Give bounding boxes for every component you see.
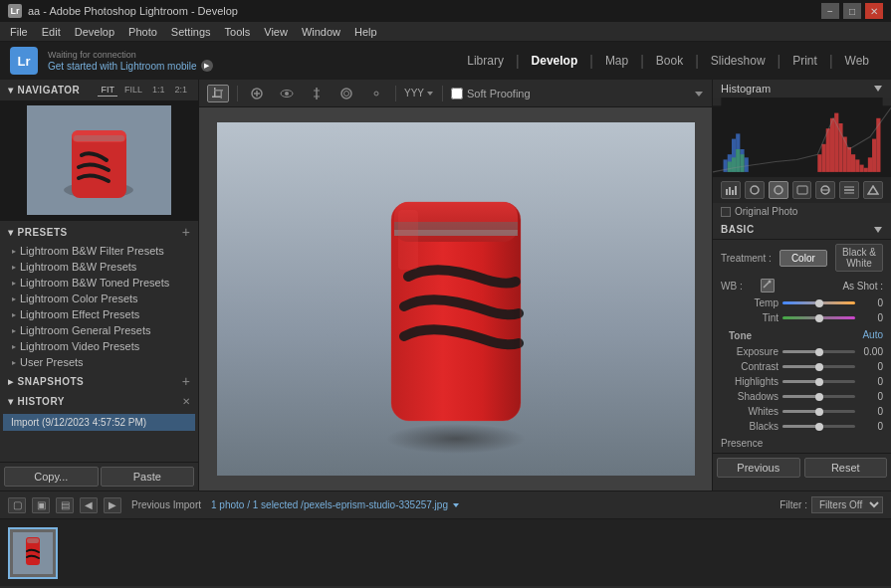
menu-window[interactable]: Window	[296, 24, 346, 40]
menu-tools[interactable]: Tools	[219, 24, 257, 40]
view-survey-button[interactable]: ▤	[56, 497, 74, 513]
whites-slider-row: Whites 0	[713, 404, 891, 419]
image-view[interactable]	[199, 107, 712, 490]
auto-button[interactable]: Auto	[862, 329, 883, 340]
wb-eyedropper[interactable]	[761, 279, 775, 293]
lens-corrections-icon[interactable]	[863, 181, 883, 199]
fit-option-fit[interactable]: FIT	[98, 84, 117, 97]
shadows-slider[interactable]	[782, 395, 855, 398]
presets-list: Lightroom B&W Filter Presets Lightroom B…	[0, 243, 198, 370]
menu-photo[interactable]: Photo	[122, 24, 163, 40]
svg-rect-53	[851, 154, 855, 172]
fit-option-1-1[interactable]: 1:1	[149, 84, 168, 97]
snapshots-label: Snapshots	[18, 376, 85, 387]
snapshots-header[interactable]: Snapshots +	[0, 370, 198, 392]
presets-add-button[interactable]: +	[182, 225, 190, 239]
history-entry: Import (9/12/2023 4:57:52 PM)	[11, 417, 146, 428]
preset-item[interactable]: Lightroom B&W Filter Presets	[0, 243, 198, 259]
crop-tool-button[interactable]	[207, 85, 229, 102]
module-library[interactable]: Library	[455, 42, 516, 80]
view-compare-button[interactable]: ▣	[32, 497, 50, 513]
split-toning-icon[interactable]	[815, 181, 835, 199]
preset-item[interactable]: Lightroom B&W Presets	[0, 259, 198, 275]
module-map[interactable]: Map	[593, 42, 640, 80]
basic-panel-header[interactable]: Basic	[713, 220, 891, 240]
previous-button[interactable]: Previous	[717, 458, 800, 478]
crop-overlay-icon[interactable]	[745, 181, 765, 199]
history-header[interactable]: History ✕	[0, 392, 198, 411]
preset-item[interactable]: Lightroom Video Presets	[0, 338, 198, 354]
whites-slider[interactable]	[782, 410, 855, 413]
hsl-icon[interactable]	[792, 181, 812, 199]
previous-import-button[interactable]: Previous Import	[127, 497, 205, 512]
navigator-header[interactable]: Navigator FIT FILL 1:1 2:1	[0, 80, 198, 100]
exposure-thumb[interactable]	[815, 348, 823, 356]
treatment-label: Treatment :	[721, 253, 772, 264]
temp-slider[interactable]	[782, 301, 855, 304]
spot-heal-tool-button[interactable]	[246, 85, 268, 102]
whites-thumb[interactable]	[815, 408, 823, 416]
preset-item[interactable]: User Presets	[0, 354, 198, 370]
history-item[interactable]: Import (9/12/2023 4:57:52 PM)	[3, 414, 195, 431]
filmstrip-thumbnail[interactable]	[8, 527, 58, 579]
radial-tool-button[interactable]	[335, 85, 357, 102]
close-button[interactable]: ✕	[865, 3, 883, 19]
reset-button[interactable]: Reset	[804, 458, 888, 478]
temp-thumb[interactable]	[815, 299, 823, 307]
module-develop[interactable]: Develop	[520, 42, 590, 80]
red-eye-tool-button[interactable]	[276, 85, 298, 102]
tone-curve-icon[interactable]	[769, 181, 788, 199]
filter-select[interactable]: Filters Off	[811, 496, 883, 513]
prev-photo-button[interactable]: ◀	[80, 497, 98, 513]
histogram-tool-icon[interactable]	[721, 181, 741, 199]
highlights-thumb[interactable]	[815, 378, 823, 386]
minimize-button[interactable]: −	[821, 3, 839, 19]
module-slideshow[interactable]: Slideshow	[699, 42, 778, 80]
menu-view[interactable]: View	[258, 24, 294, 40]
paste-button[interactable]: Paste	[101, 467, 195, 487]
maximize-button[interactable]: □	[843, 3, 861, 19]
wb-row: WB : As Shot :	[713, 276, 891, 295]
module-book[interactable]: Book	[644, 42, 695, 80]
menu-settings[interactable]: Settings	[165, 24, 217, 40]
preset-item[interactable]: Lightroom Effect Presets	[0, 306, 198, 322]
window-controls[interactable]: − □ ✕	[821, 3, 883, 19]
blacks-slider[interactable]	[782, 425, 855, 428]
play-icon[interactable]: ▶	[201, 60, 213, 72]
history-clear-button[interactable]: ✕	[182, 396, 190, 407]
contrast-thumb[interactable]	[815, 363, 823, 371]
photo-path-dropdown-icon[interactable]	[451, 500, 461, 510]
next-photo-button[interactable]: ▶	[104, 497, 121, 513]
highlights-slider[interactable]	[782, 380, 855, 383]
exposure-slider[interactable]	[782, 350, 855, 353]
menu-edit[interactable]: Edit	[36, 24, 67, 40]
copy-button[interactable]: Copy...	[4, 467, 99, 487]
menu-help[interactable]: Help	[348, 24, 383, 40]
preset-item[interactable]: Lightroom B&W Toned Presets	[0, 275, 198, 291]
presets-header[interactable]: Presets +	[0, 221, 198, 243]
fit-option-2-1[interactable]: 2:1	[171, 84, 190, 97]
detail-icon[interactable]	[839, 181, 859, 199]
menu-develop[interactable]: Develop	[69, 24, 120, 40]
preset-item[interactable]: Lightroom General Presets	[0, 322, 198, 338]
brush-tool-button[interactable]	[365, 85, 387, 102]
module-print[interactable]: Print	[780, 42, 829, 80]
blacks-thumb[interactable]	[815, 423, 823, 431]
original-photo-checkbox[interactable]	[721, 207, 731, 217]
module-web[interactable]: Web	[833, 42, 881, 80]
svg-rect-62	[732, 190, 734, 195]
shadows-thumb[interactable]	[815, 393, 823, 401]
color-button[interactable]: Color	[780, 250, 827, 267]
contrast-slider[interactable]	[782, 365, 855, 368]
titlebar: Lr aa - Adobe Photoshop Lightroom - Deve…	[0, 0, 891, 22]
soft-proofing-checkbox[interactable]	[451, 88, 463, 99]
bw-button[interactable]: Black & White	[835, 244, 883, 272]
menu-file[interactable]: File	[4, 24, 34, 40]
gradient-tool-button[interactable]	[306, 85, 328, 102]
tint-thumb[interactable]	[815, 314, 823, 322]
view-single-button[interactable]: ▢	[8, 497, 26, 513]
tint-slider[interactable]	[782, 316, 855, 319]
snapshots-add-button[interactable]: +	[182, 374, 190, 388]
fit-option-fill[interactable]: FILL	[121, 84, 145, 97]
preset-item[interactable]: Lightroom Color Presets	[0, 291, 198, 306]
